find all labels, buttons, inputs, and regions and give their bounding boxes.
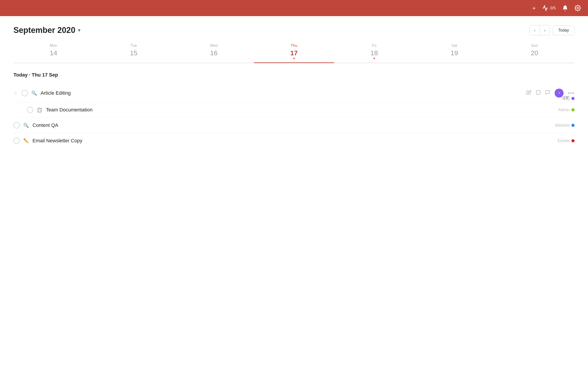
task-checkbox-article-editing[interactable] <box>22 90 28 96</box>
tag-dot <box>571 124 575 127</box>
task-icon: 🔍 <box>31 90 37 96</box>
task-name-email-newsletter: Email Newsletter Copy <box>33 138 554 144</box>
cal-day-name: Thu <box>254 43 334 48</box>
calendar-nav: ‹ › Today <box>530 25 575 35</box>
add-button[interactable]: + <box>532 5 536 12</box>
svg-point-0 <box>577 7 579 9</box>
progress-indicator[interactable]: 0/5 <box>542 5 556 11</box>
task-icon: 📋 <box>37 107 42 113</box>
tag-label: Blog <box>562 96 570 101</box>
progress-icon <box>542 5 548 11</box>
cal-day-number: 14 <box>13 49 94 57</box>
task-icon: ✏️ <box>23 138 29 143</box>
prev-next-group: ‹ › <box>530 25 550 35</box>
today-section-label: Today · Thu 17 Sep <box>13 72 575 78</box>
task-icon: 🔍 <box>23 123 29 128</box>
gear-icon <box>575 5 581 11</box>
month-dropdown-icon[interactable]: ▾ <box>78 27 80 33</box>
settings-button[interactable] <box>575 5 581 11</box>
cal-day-dot <box>293 58 295 59</box>
cal-day-18[interactable]: Fri 18 <box>334 43 414 63</box>
cal-day-dot <box>373 58 375 59</box>
cal-day-number: 19 <box>414 49 494 57</box>
tag-label: Website <box>555 123 570 128</box>
svg-rect-1 <box>536 91 540 94</box>
cal-day-16[interactable]: Wed 16 <box>174 43 254 63</box>
cal-day-number: 18 <box>334 49 414 57</box>
tag-dot <box>571 139 575 142</box>
task-item-content-qa: 🔍 Content QA Website <box>13 118 575 133</box>
more-options-button[interactable]: ••• <box>568 90 575 96</box>
task-list: ⠿ 🔍 Article Editing <box>13 84 575 148</box>
cal-day-number: 16 <box>174 49 254 57</box>
cal-day-name: Sat <box>414 43 494 48</box>
task-item-article-editing: ⠿ 🔍 Article Editing <box>13 84 575 102</box>
drag-handle[interactable]: ⠿ <box>13 91 18 95</box>
main-content: September 2020 ▾ ‹ › Today Mon 14 Tue 15… <box>0 16 588 367</box>
task-item-email-newsletter: ✏️ Email Newsletter Copy Emails <box>13 133 575 148</box>
today-button[interactable]: Today <box>553 25 575 35</box>
cal-day-number: 15 <box>94 49 174 57</box>
notifications-button[interactable] <box>562 5 568 11</box>
task-item-team-documentation: 📋 Team Documentation Admin <box>13 102 575 118</box>
calendar-week: Mon 14 Tue 15 Wed 16 Thu 17 Fri 18 Sat 1… <box>13 43 575 63</box>
task-checkbox-team-documentation[interactable] <box>27 107 33 113</box>
month-title[interactable]: September 2020 ▾ <box>13 25 80 35</box>
detail-task-icon[interactable] <box>536 90 541 96</box>
bell-icon <box>562 5 568 11</box>
cal-day-name: Wed <box>174 43 254 48</box>
task-name-team-documentation: Team Documentation <box>46 107 555 113</box>
cal-day-number: 17 <box>254 49 334 57</box>
cal-day-number: 20 <box>494 49 575 57</box>
cal-day-name: Fri <box>334 43 414 48</box>
prev-week-button[interactable]: ‹ <box>530 25 540 35</box>
task-name-content-qa: Content QA <box>33 122 552 128</box>
month-header: September 2020 ▾ ‹ › Today <box>13 25 575 35</box>
task-tag: Emails <box>558 139 575 143</box>
comment-task-icon[interactable] <box>545 90 550 96</box>
tag-dot <box>571 97 575 100</box>
tag-dot <box>571 108 575 111</box>
task-checkbox-email-newsletter[interactable] <box>13 138 20 144</box>
cal-day-14[interactable]: Mon 14 <box>13 43 94 63</box>
task-name-article-editing: Article Editing <box>41 90 523 96</box>
cal-day-19[interactable]: Sat 19 <box>414 43 494 63</box>
progress-text: 0/5 <box>550 6 556 10</box>
tag-label: Emails <box>558 139 570 143</box>
month-title-text: September 2020 <box>13 25 75 35</box>
cal-day-20[interactable]: Sun 20 <box>494 43 575 63</box>
cal-day-15[interactable]: Tue 15 <box>94 43 174 63</box>
cal-day-name: Mon <box>13 43 94 48</box>
cal-day-17[interactable]: Thu 17 <box>254 43 334 63</box>
task-tag: Website <box>555 123 575 128</box>
task-checkbox-content-qa[interactable] <box>13 122 20 128</box>
tag-label: Admin <box>558 108 570 112</box>
edit-task-icon[interactable] <box>526 90 531 96</box>
task-tag: Blog <box>562 96 575 101</box>
app-header: + 0/5 <box>0 0 588 16</box>
cal-day-name: Tue <box>94 43 174 48</box>
task-tag: Admin <box>558 108 575 112</box>
cal-day-name: Sun <box>494 43 575 48</box>
next-week-button[interactable]: › <box>540 25 550 35</box>
